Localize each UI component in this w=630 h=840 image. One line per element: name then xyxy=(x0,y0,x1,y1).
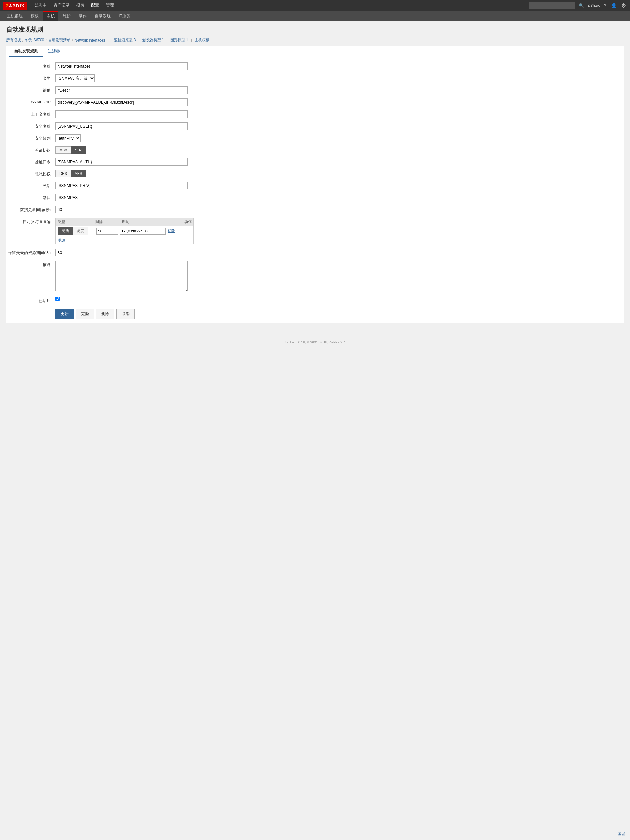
breadcrumb-all-templates[interactable]: 所有模板 xyxy=(6,38,21,43)
keep-lost-label: 保留失去的资源期间(天) xyxy=(6,249,55,256)
priv-protocol-label: 隐私协议 xyxy=(6,170,55,177)
col-period-header: 期间 xyxy=(122,219,174,224)
breadcrumb-sep-1: / xyxy=(22,38,24,43)
auth-sha-btn[interactable]: SHA xyxy=(71,146,86,154)
top-navigation: ZABBIX 监测中 资产记录 报表 配置 管理 🔍 Z Share ? 👤 ⏻ xyxy=(0,0,630,11)
interval-type-cell: 灵活 调度 xyxy=(57,227,95,235)
name-input[interactable] xyxy=(55,62,188,70)
key-label: 键值 xyxy=(6,87,55,93)
snmp-oid-input[interactable] xyxy=(55,98,188,106)
context-name-label: 上下文名称 xyxy=(6,111,55,117)
breadcrumb-items-proto[interactable]: 监控项原型 3 xyxy=(114,38,136,43)
custom-interval-field: 类型 间隔 期间 动作 灵活 调度 xyxy=(55,218,194,245)
priv-key-label: 私钥 xyxy=(6,182,55,188)
auth-protocol-label: 验证协议 xyxy=(6,146,55,153)
share-icon: Z xyxy=(587,3,590,8)
nav-config[interactable]: 配置 xyxy=(88,1,102,11)
nav-monitor[interactable]: 监测中 xyxy=(32,1,50,11)
name-field xyxy=(55,62,188,70)
interval-value-input[interactable] xyxy=(96,228,118,235)
security-level-row: 安全级别 authPriv xyxy=(6,133,624,143)
subnav-host-groups[interactable]: 主机群组 xyxy=(3,12,27,20)
name-row: 名称 xyxy=(6,62,624,71)
subnav-actions[interactable]: 动作 xyxy=(75,12,90,20)
priv-des-btn[interactable]: DES xyxy=(55,170,71,177)
remove-interval-link[interactable]: 移除 xyxy=(168,229,175,234)
subnav-maintenance[interactable]: 维护 xyxy=(59,12,74,20)
priv-key-row: 私钥 xyxy=(6,181,624,190)
description-field xyxy=(55,261,188,292)
search-input[interactable] xyxy=(529,2,575,9)
form-tabs: 自动发现规则 过滤器 xyxy=(6,46,624,57)
subnav-discovery[interactable]: 自动发现 xyxy=(91,12,114,20)
auth-protocol-field: MD5 SHA xyxy=(55,146,188,154)
page-content: 自动发现规则 所有模板 / 华为 S6700 / 自动发现清单 / Networ… xyxy=(0,21,630,328)
cancel-button[interactable]: 取消 xyxy=(116,309,135,319)
priv-aes-btn[interactable]: AES xyxy=(71,170,86,177)
trigger-proto-badge: 1 xyxy=(162,38,164,42)
priv-protocol-toggle: DES AES xyxy=(55,170,188,177)
subnav-it-services[interactable]: IT服务 xyxy=(115,12,134,20)
breadcrumb-host[interactable]: 华为 S6700 xyxy=(25,38,44,43)
keep-lost-input[interactable] xyxy=(55,249,80,256)
interval-period-input[interactable] xyxy=(120,228,166,235)
nav-admin[interactable]: 管理 xyxy=(103,1,117,11)
subnav-templates[interactable]: 模板 xyxy=(27,12,43,20)
nav-assets[interactable]: 资产记录 xyxy=(51,1,73,11)
key-input[interactable] xyxy=(55,87,188,94)
auth-passphrase-label: 验证口令 xyxy=(6,158,55,165)
keep-lost-row: 保留失去的资源期间(天) xyxy=(6,248,624,257)
clone-button[interactable]: 克隆 xyxy=(76,309,94,319)
col-type-header: 类型 xyxy=(57,219,92,224)
sub-navigation: 主机群组 模板 主机 维护 动作 自动发现 IT服务 xyxy=(0,11,630,21)
subnav-hosts[interactable]: 主机 xyxy=(43,11,59,21)
update-interval-row: 数据更新间隔(秒) xyxy=(6,205,624,214)
col-interval-header: 间隔 xyxy=(95,219,119,224)
tab-discovery-rule[interactable]: 自动发现规则 xyxy=(9,46,43,57)
breadcrumb-sep-3: / xyxy=(72,38,73,43)
context-name-input[interactable] xyxy=(55,111,188,118)
update-interval-input[interactable] xyxy=(55,206,80,213)
add-interval-link[interactable]: 添加 xyxy=(56,237,193,244)
breadcrumb-current: Network interfaces xyxy=(74,38,105,43)
delete-button[interactable]: 删除 xyxy=(96,309,114,319)
auth-passphrase-row: 验证口令 xyxy=(6,157,624,167)
breadcrumb-trigger-proto[interactable]: 触发器类型 1 xyxy=(142,38,164,43)
help-icon[interactable]: ? xyxy=(603,2,608,9)
search-icon[interactable]: 🔍 xyxy=(578,2,585,9)
enabled-checkbox[interactable] xyxy=(55,297,60,301)
breadcrumb-discovery-list[interactable]: 自动发现清单 xyxy=(48,38,70,43)
share-button[interactable]: Z Share xyxy=(587,3,600,8)
type-select[interactable]: SNMPv3 客户端 xyxy=(55,74,95,82)
interval-flexible-btn[interactable]: 灵活 xyxy=(57,227,73,235)
graph-proto-label: 图形原型 xyxy=(171,38,185,42)
breadcrumb-graph-proto[interactable]: 图形原型 1 xyxy=(171,38,188,43)
power-icon[interactable]: ⏻ xyxy=(620,2,627,9)
items-proto-label: 监控项原型 xyxy=(114,38,133,42)
breadcrumb-host-template[interactable]: 主机模板 xyxy=(195,38,209,43)
tab-filter[interactable]: 过滤器 xyxy=(43,46,65,57)
enabled-field xyxy=(55,297,188,302)
priv-protocol-row: 隐私协议 DES AES xyxy=(6,169,624,178)
context-name-field xyxy=(55,111,188,118)
user-icon[interactable]: 👤 xyxy=(610,2,618,9)
auth-md5-btn[interactable]: MD5 xyxy=(55,146,71,154)
description-textarea[interactable] xyxy=(55,261,188,292)
security-name-input[interactable] xyxy=(55,122,188,130)
priv-key-field xyxy=(55,182,188,189)
interval-scheduling-btn[interactable]: 调度 xyxy=(73,227,88,235)
security-name-label: 安全名称 xyxy=(6,122,55,129)
update-button[interactable]: 更新 xyxy=(55,309,74,319)
nav-reports[interactable]: 报表 xyxy=(73,1,87,11)
security-name-field xyxy=(55,122,188,130)
security-name-row: 安全名称 xyxy=(6,122,624,131)
priv-key-input[interactable] xyxy=(55,182,188,189)
security-level-label: 安全级别 xyxy=(6,134,55,141)
trigger-proto-label: 触发器类型 xyxy=(142,38,161,42)
snmp-oid-field xyxy=(55,98,188,106)
interval-row: 灵活 调度 移除 xyxy=(56,226,193,237)
security-level-select[interactable]: authPriv xyxy=(55,134,81,142)
intervals-table: 类型 间隔 期间 动作 灵活 调度 xyxy=(55,218,194,245)
port-input[interactable] xyxy=(55,194,80,201)
auth-passphrase-input[interactable] xyxy=(55,158,188,166)
